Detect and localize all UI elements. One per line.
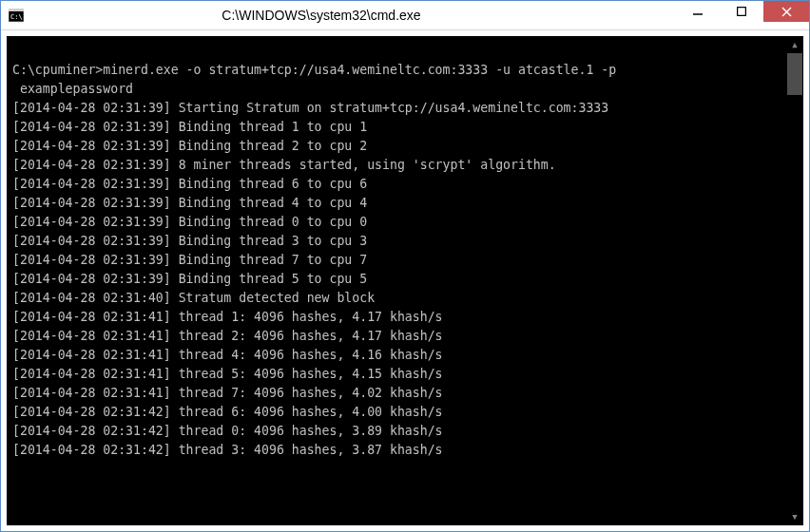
console-line: [2014-04-28 02:31:41] thread 2: 4096 has… bbox=[12, 327, 803, 346]
scroll-thumb[interactable] bbox=[787, 53, 802, 95]
window-controls bbox=[676, 1, 809, 29]
scroll-up-icon[interactable]: ▲ bbox=[787, 37, 802, 52]
scroll-down-icon[interactable]: ▼ bbox=[787, 509, 802, 524]
console-line: [2014-04-28 02:31:39] Binding thread 2 t… bbox=[12, 137, 803, 156]
console-line: [2014-04-28 02:31:39] Binding thread 0 t… bbox=[12, 213, 803, 232]
close-button[interactable] bbox=[763, 1, 809, 22]
console-line: [2014-04-28 02:31:39] Starting Stratum o… bbox=[12, 99, 803, 118]
svg-rect-4 bbox=[738, 8, 746, 16]
scrollbar[interactable]: ▲ ▼ bbox=[786, 36, 803, 525]
console-line: [2014-04-28 02:31:41] thread 7: 4096 has… bbox=[12, 384, 803, 403]
console-line: [2014-04-28 02:31:39] Binding thread 7 t… bbox=[12, 251, 803, 270]
console-line: [2014-04-28 02:31:39] Binding thread 4 t… bbox=[12, 194, 803, 213]
console-line: [2014-04-28 02:31:41] thread 4: 4096 has… bbox=[12, 346, 803, 365]
cmd-window: C:\ C:\WINDOWS\system32\cmd.exe C:\cpumi… bbox=[0, 0, 810, 532]
console-line: [2014-04-28 02:31:41] thread 5: 4096 has… bbox=[12, 365, 803, 384]
maximize-button[interactable] bbox=[720, 1, 763, 22]
console-line: [2014-04-28 02:31:40] Stratum detected n… bbox=[12, 289, 803, 308]
titlebar[interactable]: C:\ C:\WINDOWS\system32\cmd.exe bbox=[1, 1, 809, 30]
console-line: [2014-04-28 02:31:39] 8 miner threads st… bbox=[12, 156, 803, 175]
console-line: [2014-04-28 02:31:39] Binding thread 6 t… bbox=[12, 175, 803, 194]
console-line: [2014-04-28 02:31:39] Binding thread 5 t… bbox=[12, 270, 803, 289]
console-area[interactable]: C:\cpuminer>minerd.exe -o stratum+tcp://… bbox=[1, 30, 809, 531]
console-line: [2014-04-28 02:31:42] thread 0: 4096 has… bbox=[12, 422, 803, 441]
console-line: C:\cpuminer>minerd.exe -o stratum+tcp://… bbox=[12, 61, 803, 80]
console-line: [2014-04-28 02:31:39] Binding thread 3 t… bbox=[12, 232, 803, 251]
console-line: [2014-04-28 02:31:42] thread 6: 4096 has… bbox=[12, 403, 803, 422]
console-line: [2014-04-28 02:31:39] Binding thread 1 t… bbox=[12, 118, 803, 137]
console-line: examplepassword bbox=[12, 80, 803, 99]
minimize-button[interactable] bbox=[676, 1, 720, 22]
window-title: C:\WINDOWS\system32\cmd.exe bbox=[0, 8, 676, 23]
console-line: [2014-04-28 02:31:42] thread 3: 4096 has… bbox=[12, 441, 803, 460]
console-line: [2014-04-28 02:31:41] thread 1: 4096 has… bbox=[12, 308, 803, 327]
